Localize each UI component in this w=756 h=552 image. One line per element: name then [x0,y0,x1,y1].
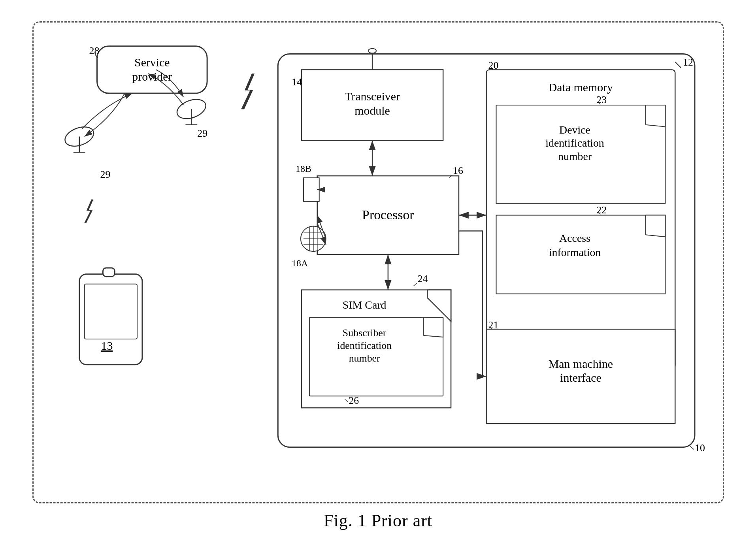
svg-text:number: number [558,150,592,162]
page: Service provider 28 13 [19,15,738,537]
label-16: 16 [453,165,463,176]
label-13: 13 [101,339,113,352]
label-28: 28 [89,45,99,57]
label-23: 23 [596,94,607,106]
service-provider-label: Service [134,56,170,69]
svg-rect-8 [84,284,137,339]
svg-text:number: number [349,352,380,364]
svg-rect-7 [103,268,115,277]
svg-text:Subscriber: Subscriber [342,327,386,339]
svg-point-20 [368,49,376,53]
svg-text:interface: interface [560,371,601,384]
label-18a: 18A [292,258,308,268]
svg-text:identification: identification [545,137,604,149]
svg-text:information: information [549,246,601,258]
label-26: 26 [349,395,359,406]
label-14: 14 [292,76,302,88]
fig-label: Fig. 1 Prior art [324,511,432,531]
label-29-right: 29 [197,128,207,139]
label-10: 10 [695,442,705,454]
outer-border: Service provider 28 13 [32,21,724,503]
label-21: 21 [488,319,498,331]
label-20: 20 [488,60,498,71]
svg-text:Processor: Processor [362,207,414,222]
svg-text:identification: identification [337,340,392,351]
label-22: 22 [596,204,607,216]
svg-text:Man machine: Man machine [548,357,613,370]
svg-text:Transceiver: Transceiver [345,90,400,103]
svg-text:SIM Card: SIM Card [342,299,386,311]
svg-text:Access: Access [559,232,590,244]
svg-rect-46 [303,178,319,202]
label-29-left: 29 [100,169,110,180]
svg-text:Device: Device [559,124,590,136]
svg-text:Data memory: Data memory [548,81,613,94]
svg-text:module: module [354,104,390,117]
label-12: 12 [683,57,693,68]
label-24: 24 [417,273,428,284]
label-18b: 18B [296,164,311,174]
